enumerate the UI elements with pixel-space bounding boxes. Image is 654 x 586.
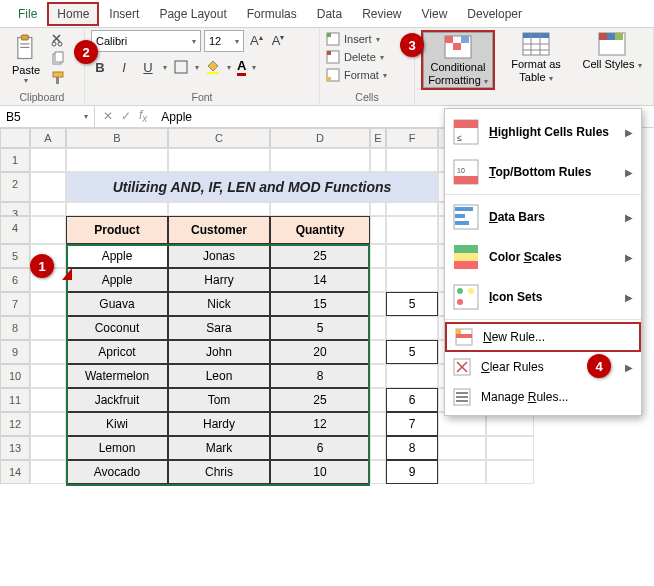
cell[interactable]	[370, 340, 386, 364]
cell[interactable]	[168, 202, 270, 216]
cell[interactable]	[30, 172, 66, 202]
cell-quantity[interactable]: 8	[270, 364, 370, 388]
row-header[interactable]: 6	[0, 268, 30, 292]
cell-quantity[interactable]: 6	[270, 436, 370, 460]
underline-button[interactable]: U	[139, 60, 157, 75]
row-header[interactable]: 12	[0, 412, 30, 436]
cell[interactable]	[386, 216, 438, 244]
fill-color-icon[interactable]	[205, 59, 221, 75]
name-box[interactable]: B5▾	[0, 106, 95, 127]
cell-customer[interactable]: Chris	[168, 460, 270, 484]
cell[interactable]	[386, 148, 438, 172]
cell[interactable]	[438, 436, 486, 460]
cell-product[interactable]: Coconut	[66, 316, 168, 340]
cell[interactable]	[386, 244, 438, 268]
cell-f[interactable]: 9	[386, 460, 438, 484]
cell-quantity[interactable]: 12	[270, 412, 370, 436]
cell-styles-button[interactable]: Cell Styles ▾	[577, 30, 647, 90]
conditional-formatting-button[interactable]: Conditional Formatting ▾	[423, 32, 493, 88]
row-header[interactable]: 4	[0, 216, 30, 244]
col-header-e[interactable]: E	[370, 128, 386, 148]
cell[interactable]	[370, 244, 386, 268]
font-color-icon[interactable]: A	[237, 58, 246, 76]
decrease-font-icon[interactable]: A▾	[269, 33, 288, 48]
cell[interactable]	[66, 148, 168, 172]
cell-product[interactable]: Jackfruit	[66, 388, 168, 412]
cut-icon[interactable]	[50, 32, 66, 48]
menu-highlight-cells-rules[interactable]: ≤ Highlight Cells Rules ▶	[445, 112, 641, 152]
tab-file[interactable]: File	[8, 2, 47, 26]
cell[interactable]	[370, 388, 386, 412]
cell[interactable]	[270, 202, 370, 216]
title-cell[interactable]: Utilizing AND, IF, LEN and MOD Functions	[66, 172, 438, 202]
cell[interactable]	[486, 460, 534, 484]
cell-customer[interactable]: Leon	[168, 364, 270, 388]
cell[interactable]	[370, 412, 386, 436]
col-header-c[interactable]: C	[168, 128, 270, 148]
row-header[interactable]: 8	[0, 316, 30, 340]
menu-manage-rules[interactable]: Manage Rules...	[445, 382, 641, 412]
cell-customer[interactable]: Tom	[168, 388, 270, 412]
row-header[interactable]: 2	[0, 172, 30, 202]
cells-format-button[interactable]: Format▾	[326, 66, 408, 84]
cell-product[interactable]: Apple	[66, 268, 168, 292]
header-quantity[interactable]: Quantity	[270, 216, 370, 244]
row-header[interactable]: 10	[0, 364, 30, 388]
format-painter-icon[interactable]	[50, 70, 66, 86]
cell-product[interactable]: Watermelon	[66, 364, 168, 388]
cell-product[interactable]: Lemon	[66, 436, 168, 460]
col-header-f[interactable]: F	[386, 128, 438, 148]
cell[interactable]	[370, 436, 386, 460]
copy-icon[interactable]	[50, 51, 66, 67]
cell[interactable]	[66, 202, 168, 216]
bold-button[interactable]: B	[91, 60, 109, 75]
row-header[interactable]: 7	[0, 292, 30, 316]
cell-quantity[interactable]: 25	[270, 244, 370, 268]
cell-f[interactable]: 6	[386, 388, 438, 412]
cancel-formula-icon[interactable]: ✕	[103, 109, 113, 123]
tab-developer[interactable]: Developer	[457, 2, 532, 26]
cell[interactable]	[370, 364, 386, 388]
cell[interactable]	[168, 148, 270, 172]
row-header[interactable]: 11	[0, 388, 30, 412]
tab-review[interactable]: Review	[352, 2, 411, 26]
cell[interactable]	[30, 364, 66, 388]
border-icon[interactable]	[173, 59, 189, 75]
cell-quantity[interactable]: 25	[270, 388, 370, 412]
cell-product[interactable]: Apple	[66, 244, 168, 268]
cell[interactable]	[30, 216, 66, 244]
font-size-select[interactable]: 12▾	[204, 30, 244, 52]
cell-customer[interactable]: John	[168, 340, 270, 364]
cell[interactable]	[386, 316, 438, 340]
header-product[interactable]: Product	[66, 216, 168, 244]
cell[interactable]	[438, 460, 486, 484]
tab-page-layout[interactable]: Page Layout	[149, 2, 236, 26]
cell[interactable]	[370, 216, 386, 244]
cell[interactable]	[486, 436, 534, 460]
cell-product[interactable]: Apricot	[66, 340, 168, 364]
cell[interactable]	[370, 268, 386, 292]
cell-customer[interactable]: Nick	[168, 292, 270, 316]
cell[interactable]	[30, 436, 66, 460]
menu-icon-sets[interactable]: Icon Sets ▶	[445, 277, 641, 317]
italic-button[interactable]: I	[115, 60, 133, 75]
row-header[interactable]: 14	[0, 460, 30, 484]
menu-data-bars[interactable]: Data Bars ▶	[445, 197, 641, 237]
tab-insert[interactable]: Insert	[99, 2, 149, 26]
col-header-d[interactable]: D	[270, 128, 370, 148]
row-header[interactable]: 3	[0, 202, 30, 216]
cell-customer[interactable]: Mark	[168, 436, 270, 460]
cell[interactable]	[30, 340, 66, 364]
cell[interactable]	[370, 316, 386, 340]
cell-f[interactable]: 5	[386, 292, 438, 316]
cell[interactable]	[30, 412, 66, 436]
cell[interactable]	[30, 460, 66, 484]
cell[interactable]	[30, 388, 66, 412]
cell[interactable]	[386, 268, 438, 292]
cell-customer[interactable]: Hardy	[168, 412, 270, 436]
cells-insert-button[interactable]: Insert▾	[326, 30, 408, 48]
cell[interactable]	[370, 460, 386, 484]
cells-delete-button[interactable]: Delete▾	[326, 48, 408, 66]
cell[interactable]	[386, 202, 438, 216]
cell-customer[interactable]: Jonas	[168, 244, 270, 268]
